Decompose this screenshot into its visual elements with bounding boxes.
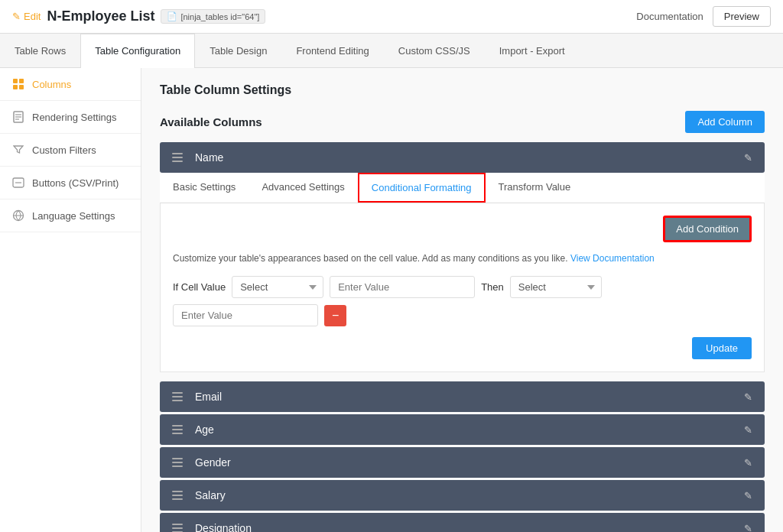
gender-edit-icon[interactable]: ✎ bbox=[744, 457, 752, 469]
designation-edit-icon[interactable]: ✎ bbox=[744, 523, 752, 533]
column-email-name: Email bbox=[172, 391, 222, 403]
sidebar-columns-label: Columns bbox=[32, 79, 71, 90]
if-cell-value-label: If Cell Value bbox=[173, 281, 226, 293]
sidebar-item-filters[interactable]: Custom Filters bbox=[0, 134, 141, 167]
column-age-text: Age bbox=[195, 423, 214, 436]
filter-icon bbox=[12, 144, 24, 156]
available-columns-header: Available Columns Add Column bbox=[160, 111, 765, 133]
update-button[interactable]: Update bbox=[692, 337, 752, 359]
column-gender-text: Gender bbox=[195, 456, 231, 469]
sidebar-item-buttons[interactable]: Buttons (CSV/Print) bbox=[0, 167, 141, 200]
drag-handle-age-icon bbox=[172, 425, 183, 434]
then-label: Then bbox=[481, 281, 504, 293]
drag-handle-email-icon bbox=[172, 392, 183, 401]
condition-input-1[interactable] bbox=[330, 276, 475, 298]
primary-column-row: Name ✎ bbox=[160, 142, 765, 173]
condition-input-2[interactable] bbox=[173, 304, 318, 326]
top-bar: ✎ Edit N-Employee List 📄 [ninja_tables i… bbox=[0, 0, 783, 34]
tab-table-rows[interactable]: Table Rows bbox=[0, 34, 80, 67]
shortcode-text: [ninja_tables id="64"] bbox=[180, 12, 259, 21]
column-row-name: Name bbox=[172, 151, 223, 164]
sub-tab-basic[interactable]: Basic Settings bbox=[160, 173, 249, 203]
sub-tab-transform[interactable]: Transform Value bbox=[486, 173, 584, 203]
sidebar-item-language[interactable]: Language Settings bbox=[0, 200, 141, 232]
edit-icon: ✎ bbox=[12, 11, 21, 22]
edit-link[interactable]: ✎ Edit bbox=[12, 11, 41, 22]
drag-handle-designation-icon bbox=[172, 524, 183, 532]
column-row-email: Email ✎ bbox=[160, 381, 765, 412]
add-condition-button[interactable]: Add Condition bbox=[663, 216, 752, 242]
column-age-name: Age bbox=[172, 423, 214, 436]
tab-nav: Table Rows Table Configuration Table Des… bbox=[0, 34, 783, 68]
column-salary-text: Salary bbox=[195, 489, 226, 501]
column-designation-name: Designation bbox=[172, 522, 252, 532]
page-icon bbox=[12, 111, 24, 123]
tab-table-design[interactable]: Table Design bbox=[195, 34, 281, 67]
column-designation-text: Designation bbox=[195, 522, 252, 532]
drag-handle-icon bbox=[172, 153, 183, 162]
sidebar-rendering-label: Rendering Settings bbox=[32, 112, 117, 123]
layout: Columns Rendering Settings Custom Filter… bbox=[0, 68, 783, 532]
drag-handle-gender-icon bbox=[172, 458, 183, 467]
settings-panel: Add Condition Customize your table's app… bbox=[160, 203, 765, 372]
main-content: Table Column Settings Available Columns … bbox=[141, 68, 783, 532]
drag-handle-salary-icon bbox=[172, 491, 183, 500]
buttons-icon bbox=[12, 177, 24, 189]
add-condition-wrapper: Add Condition bbox=[173, 216, 752, 242]
column-row-designation: Designation ✎ bbox=[160, 513, 765, 532]
lang-icon bbox=[12, 209, 24, 222]
grid-icon bbox=[12, 78, 24, 90]
settings-description-text: Customize your table's appearances based… bbox=[173, 253, 568, 264]
tab-frontend-editing[interactable]: Frontend Editing bbox=[281, 34, 383, 67]
svg-rect-1 bbox=[19, 79, 24, 83]
column-row-age: Age ✎ bbox=[160, 414, 765, 445]
edit-label: Edit bbox=[24, 11, 41, 22]
other-columns: Email ✎ Age ✎ Gender bbox=[160, 381, 765, 532]
sub-tab-conditional[interactable]: Conditional Formatting bbox=[358, 173, 486, 203]
add-column-button[interactable]: Add Column bbox=[685, 111, 765, 133]
column-edit-icon[interactable]: ✎ bbox=[744, 152, 752, 164]
tab-custom-css-js[interactable]: Custom CSS/JS bbox=[384, 34, 485, 67]
top-bar-left: ✎ Edit N-Employee List 📄 [ninja_tables i… bbox=[12, 8, 265, 24]
shortcode-badge: 📄 [ninja_tables id="64"] bbox=[161, 9, 265, 24]
sidebar-item-rendering[interactable]: Rendering Settings bbox=[0, 101, 141, 134]
sidebar-language-label: Language Settings bbox=[32, 210, 115, 222]
column-salary-name: Salary bbox=[172, 489, 226, 501]
tab-table-configuration[interactable]: Table Configuration bbox=[80, 34, 195, 68]
column-row-gender: Gender ✎ bbox=[160, 447, 765, 478]
sub-tab-advanced[interactable]: Advanced Settings bbox=[249, 173, 357, 203]
column-email-text: Email bbox=[195, 391, 222, 403]
preview-button[interactable]: Preview bbox=[713, 6, 771, 27]
condition-row: If Cell Value Select Then Select − bbox=[173, 276, 752, 326]
svg-rect-2 bbox=[13, 85, 18, 89]
documentation-link[interactable]: Documentation bbox=[636, 11, 703, 22]
column-gender-name: Gender bbox=[172, 456, 231, 469]
column-name-text: Name bbox=[195, 151, 223, 164]
remove-condition-button[interactable]: − bbox=[324, 305, 346, 326]
tab-import-export[interactable]: Import - Export bbox=[485, 34, 580, 67]
sidebar-buttons-label: Buttons (CSV/Print) bbox=[32, 177, 119, 189]
sidebar-filters-label: Custom Filters bbox=[32, 144, 96, 156]
doc-icon: 📄 bbox=[167, 11, 177, 21]
svg-rect-0 bbox=[13, 79, 18, 83]
condition-select-2[interactable]: Select bbox=[510, 276, 602, 298]
page-title: N-Employee List bbox=[47, 8, 154, 24]
settings-description: Customize your table's appearances based… bbox=[173, 253, 752, 264]
salary-edit-icon[interactable]: ✎ bbox=[744, 490, 752, 501]
view-documentation-link[interactable]: View Documentation bbox=[570, 253, 655, 264]
section-title: Table Column Settings bbox=[160, 83, 765, 97]
available-columns-label: Available Columns bbox=[160, 115, 262, 128]
sidebar: Columns Rendering Settings Custom Filter… bbox=[0, 68, 141, 532]
age-edit-icon[interactable]: ✎ bbox=[744, 424, 752, 436]
condition-select-1[interactable]: Select bbox=[232, 276, 323, 298]
sidebar-item-columns[interactable]: Columns bbox=[0, 68, 141, 101]
sub-tabs: Basic Settings Advanced Settings Conditi… bbox=[160, 173, 765, 203]
email-edit-icon[interactable]: ✎ bbox=[744, 391, 752, 403]
column-row-salary: Salary ✎ bbox=[160, 480, 765, 511]
top-bar-right: Documentation Preview bbox=[636, 6, 771, 27]
svg-rect-3 bbox=[19, 85, 24, 89]
update-row: Update bbox=[173, 337, 752, 359]
